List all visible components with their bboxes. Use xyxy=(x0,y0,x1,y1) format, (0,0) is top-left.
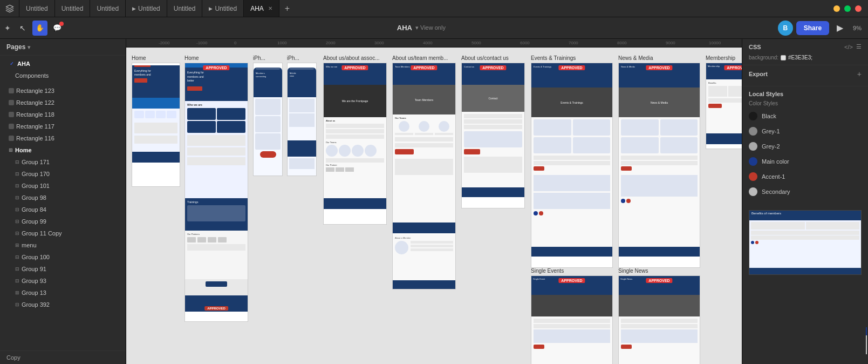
frame-group-events[interactable]: Events & Trainings APPROVED Events & Tra… xyxy=(531,55,613,268)
layer-menu[interactable]: ⊞ menu xyxy=(0,239,126,251)
tab-1-label: Untitled xyxy=(26,5,48,12)
tab-2[interactable]: Untitled xyxy=(55,0,91,17)
grid-icon: ⊞ xyxy=(15,290,19,295)
layer-rectangle-118[interactable]: Rectangle 118 xyxy=(0,109,126,120)
frame-thumb[interactable]: Membersconnecting xyxy=(253,63,283,176)
frame-group-contact[interactable]: About us/contact us APPROVED Contact us … xyxy=(461,55,525,208)
layer-group-170[interactable]: ⊟ Group 170 xyxy=(0,168,126,180)
play-button[interactable]: ▶ xyxy=(832,21,848,36)
frame-thumb[interactable]: APPROVED Contact us Contact xyxy=(461,63,525,208)
frame-thumb[interactable]: APPROVED Single Event xyxy=(531,275,613,364)
file-title: AHA xyxy=(397,24,412,32)
menu-icon[interactable]: ☰ xyxy=(856,43,862,50)
frame-thumb[interactable]: APPROVED Events & Trainings Events & Tra… xyxy=(531,63,613,268)
layer-label: Rectangle 116 xyxy=(16,135,54,141)
rectangle-icon xyxy=(9,124,14,129)
color-grey1[interactable]: Grey-1 xyxy=(749,126,862,137)
zoom-level[interactable]: 9% xyxy=(851,25,864,31)
close-button[interactable] xyxy=(855,5,862,12)
approved-badge: APPROVED xyxy=(480,65,506,70)
pages-header[interactable]: Pages ▾ xyxy=(0,39,126,56)
layer-rectangle-116[interactable]: Rectangle 116 xyxy=(0,132,126,144)
layer-rectangle-117[interactable]: Rectangle 117 xyxy=(0,120,126,132)
color-grey1-label: Grey-1 xyxy=(762,128,780,134)
frame-group-about-assoc[interactable]: About us/about assoc... APPROVED Who we … xyxy=(323,55,387,225)
layer-label: Group 170 xyxy=(22,171,50,177)
color-secondary[interactable]: Secondary xyxy=(749,186,862,197)
frame-group-home-small[interactable]: Home Everything formembers and xyxy=(132,55,180,187)
layer-rectangle-122[interactable]: Rectangle 122 xyxy=(0,97,126,109)
frame-thumb[interactable]: APPROVED Everything formembers andbetter… xyxy=(184,63,248,322)
layer-group-13[interactable]: ⊞ Group 13 xyxy=(0,287,126,299)
comment-tool-button[interactable]: 💬 xyxy=(50,21,65,36)
layer-group-101[interactable]: ⊟ Group 101 xyxy=(0,180,126,192)
tab-6[interactable]: ▶ Untitled xyxy=(202,0,244,17)
frame-thumb[interactable]: APPROVED Membership Benefits xyxy=(706,63,742,149)
ruler-mark: -1000 xyxy=(196,41,207,45)
layer-group-100[interactable]: ⊟ Group 100 xyxy=(0,251,126,263)
tab-4[interactable]: ▶ Untitled xyxy=(126,0,167,17)
page-components[interactable]: Components xyxy=(0,70,126,82)
color-styles-header: Color Styles xyxy=(749,100,862,106)
ruler-mark: 7000 xyxy=(569,41,578,45)
layer-group-84[interactable]: ⊟ Group 84 xyxy=(0,204,126,215)
view-only-label[interactable]: ▾ View only xyxy=(415,24,446,31)
css-color-swatch[interactable] xyxy=(781,55,786,60)
hand-tool-button[interactable]: ✋ xyxy=(32,21,47,36)
color-black[interactable]: Black xyxy=(749,111,862,122)
frame-group-single-news[interactable]: Single News APPROVED Single News xyxy=(618,268,700,364)
color-grey2[interactable]: Grey-2 xyxy=(749,141,862,152)
layer-group-392[interactable]: ⊟ Group 392 xyxy=(0,299,126,311)
layer-home[interactable]: ⊞ Home xyxy=(0,144,126,156)
app-logo[interactable] xyxy=(0,0,19,17)
frame-label: Membership xyxy=(706,55,742,61)
layer-group-93[interactable]: ⊟ Group 93 xyxy=(0,275,126,287)
canvas-scroll-area[interactable]: Home Everything formembers and xyxy=(126,48,742,364)
share-button[interactable]: Share xyxy=(796,21,829,35)
layer-group-91[interactable]: ⊟ Group 91 xyxy=(0,263,126,275)
page-aha-label: AHA xyxy=(17,60,30,67)
frame-group-iphone-2[interactable]: iPh... Mobileview xyxy=(287,55,317,176)
css-controls: </> ☰ xyxy=(844,43,862,50)
tab-7-close-icon[interactable]: ✕ xyxy=(268,5,272,11)
code-icon[interactable]: </> xyxy=(844,44,853,50)
minimize-button[interactable] xyxy=(833,5,840,12)
frame-label: iPh... xyxy=(287,55,317,61)
frame-group-team-members[interactable]: About us/team memb... APPROVED Team Memb… xyxy=(392,55,456,289)
restore-button[interactable] xyxy=(844,5,851,12)
export-add-icon[interactable]: + xyxy=(857,70,862,78)
user-avatar[interactable]: B xyxy=(778,21,793,36)
frame-group-news[interactable]: News & Media APPROVED News & Media News … xyxy=(618,55,700,268)
color-accent1[interactable]: Accent-1 xyxy=(749,171,862,182)
layer-rectangle-123[interactable]: Rectangle 123 xyxy=(0,85,126,97)
frame-group-membership[interactable]: Membership APPROVED Membership Benefits xyxy=(706,55,742,149)
frame-thumb[interactable]: APPROVED News & Media News & Media xyxy=(618,63,700,268)
copy-label[interactable]: Copy xyxy=(0,350,126,364)
color-main[interactable]: Main color xyxy=(749,156,862,167)
layer-group-171[interactable]: ⊟ Group 171 xyxy=(0,156,126,168)
tab-3[interactable]: Untitled xyxy=(90,0,126,17)
page-aha[interactable]: ✓ AHA xyxy=(0,58,126,70)
group-icon: ⊞ xyxy=(9,147,13,153)
tab-6-label: Untitled xyxy=(215,5,237,12)
frame-thumb[interactable]: Everything formembers and xyxy=(132,63,180,187)
group-icon: ⊟ xyxy=(15,231,19,236)
tab-5[interactable]: Untitled xyxy=(167,0,203,17)
layer-group-98[interactable]: ⊟ Group 98 xyxy=(0,192,126,204)
color-black-label: Black xyxy=(762,113,776,119)
frame-group-home-approved[interactable]: Home APPROVED Everything formembers andb… xyxy=(184,55,248,322)
layer-group-99[interactable]: ⊟ Group 99 xyxy=(0,215,126,227)
layer-group-11-copy[interactable]: ⊟ Group 11 Copy xyxy=(0,227,126,239)
tab-add-button[interactable]: + xyxy=(279,0,295,17)
frame-thumb[interactable]: APPROVED Who we are We are the Frontpage xyxy=(323,63,387,225)
frame-thumb[interactable]: APPROVED Single News xyxy=(618,275,700,364)
frame-thumb[interactable]: Mobileview xyxy=(287,63,317,176)
tab-1[interactable]: Untitled xyxy=(19,0,55,17)
tab-7-aha[interactable]: AHA ✕ xyxy=(244,0,279,17)
right-thumb-preview[interactable]: Benefits of members xyxy=(749,210,862,275)
frame-group-iphone-1[interactable]: iPh... Membersconnecting xyxy=(253,55,283,176)
cursor-tool-button[interactable]: ↖ xyxy=(15,21,30,36)
frame-group-single-events[interactable]: Single Events APPROVED Single Event xyxy=(531,268,613,364)
frame-thumb[interactable]: APPROVED Team Members Team Members Our T… xyxy=(392,63,456,289)
canvas-area[interactable]: -2000 -1000 0 1000 2000 3000 4000 5000 6… xyxy=(126,39,742,364)
